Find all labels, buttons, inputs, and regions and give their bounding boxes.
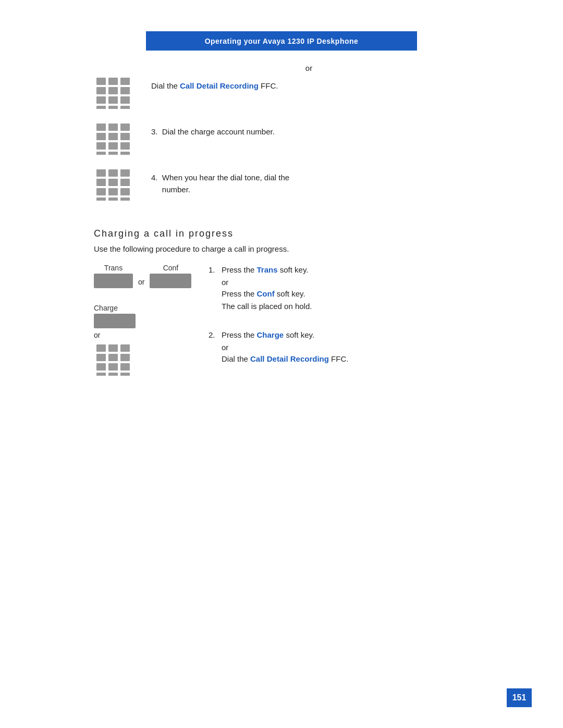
svg-rect-47 bbox=[120, 373, 130, 376]
item3-row: 4. When you hear the dial tone, dial the… bbox=[94, 167, 469, 203]
item3-line1: When you hear the dial tone, dial the bbox=[162, 173, 289, 182]
svg-rect-27 bbox=[96, 179, 106, 186]
svg-rect-4 bbox=[108, 87, 118, 94]
item2-text: 3. Dial the charge account number. bbox=[151, 121, 275, 138]
svg-rect-21 bbox=[96, 152, 106, 155]
svg-rect-15 bbox=[96, 133, 106, 140]
header-bar: Operating your Avaya 1230 IP Deskphone bbox=[146, 31, 417, 51]
svg-rect-33 bbox=[96, 198, 106, 201]
step1b-text: Press the Conf soft key. bbox=[222, 288, 305, 300]
svg-rect-42 bbox=[96, 363, 106, 371]
svg-rect-19 bbox=[108, 142, 118, 150]
svg-rect-26 bbox=[120, 169, 130, 177]
left-col: Trans or Conf Charge or bbox=[94, 264, 209, 377]
step1-num: 1. bbox=[209, 264, 222, 276]
svg-rect-6 bbox=[96, 96, 106, 104]
trans-button[interactable] bbox=[94, 274, 133, 288]
step1-line: 1. Press the Trans soft key. bbox=[209, 264, 469, 276]
or-below-label: or bbox=[94, 331, 100, 339]
step2b-text: Dial the Call Detail Recording FFC. bbox=[222, 353, 348, 365]
step1-block: 1. Press the Trans soft key. or Press th… bbox=[209, 264, 469, 311]
conf-label: Conf bbox=[163, 264, 179, 272]
or2-text: or bbox=[222, 343, 469, 352]
svg-rect-29 bbox=[120, 179, 130, 186]
step1c-text: The call is placed on hold. bbox=[222, 302, 469, 311]
svg-rect-25 bbox=[108, 169, 118, 177]
svg-rect-39 bbox=[96, 354, 106, 361]
svg-rect-2 bbox=[120, 78, 130, 85]
charge-button[interactable] bbox=[94, 314, 136, 328]
svg-rect-38 bbox=[120, 344, 130, 352]
svg-rect-44 bbox=[120, 363, 130, 371]
item2-row: 3. Dial the charge account number. bbox=[94, 121, 469, 157]
charging-heading: Charging a call in progress bbox=[94, 228, 469, 239]
svg-rect-22 bbox=[108, 152, 118, 155]
svg-rect-3 bbox=[96, 87, 106, 94]
svg-rect-46 bbox=[108, 373, 118, 376]
svg-rect-37 bbox=[108, 344, 118, 352]
svg-rect-41 bbox=[120, 354, 130, 361]
svg-rect-45 bbox=[96, 373, 106, 376]
charging-section: Trans or Conf Charge or bbox=[94, 264, 469, 377]
svg-rect-23 bbox=[120, 152, 130, 155]
svg-rect-34 bbox=[108, 198, 118, 201]
svg-rect-43 bbox=[108, 363, 118, 371]
or1-text: or bbox=[222, 278, 469, 287]
svg-rect-1 bbox=[108, 78, 118, 85]
svg-rect-31 bbox=[108, 188, 118, 195]
svg-rect-35 bbox=[120, 198, 130, 201]
item2-step: 3. bbox=[151, 127, 158, 136]
keypad-icon-2 bbox=[94, 121, 136, 157]
svg-rect-18 bbox=[96, 142, 106, 150]
svg-rect-36 bbox=[96, 344, 106, 352]
svg-rect-32 bbox=[120, 188, 130, 195]
step2-block: 2. Press the Charge soft key. or Dial th… bbox=[209, 329, 469, 365]
conf-group: Conf bbox=[150, 264, 191, 288]
step2-text: Press the Charge soft key. bbox=[222, 329, 314, 341]
item1-row: Dial the Call Detail Recording FFC. bbox=[94, 75, 469, 112]
svg-rect-20 bbox=[120, 142, 130, 150]
svg-rect-40 bbox=[108, 354, 118, 361]
svg-rect-8 bbox=[120, 96, 130, 104]
step2-num: 2. bbox=[209, 329, 222, 341]
or-label-top: or bbox=[149, 64, 469, 72]
trans-label: Trans bbox=[104, 264, 123, 272]
svg-rect-13 bbox=[108, 124, 118, 131]
svg-rect-0 bbox=[96, 78, 106, 85]
item3-text: 4. When you hear the dial tone, dial the… bbox=[151, 167, 289, 195]
svg-rect-12 bbox=[96, 124, 106, 131]
svg-rect-24 bbox=[96, 169, 106, 177]
item3-line2: number. bbox=[162, 185, 190, 194]
trans-conf-row: Trans or Conf bbox=[94, 264, 209, 288]
charging-desc: Use the following procedure to charge a … bbox=[94, 244, 469, 253]
svg-rect-28 bbox=[108, 179, 118, 186]
charge-group: Charge or bbox=[94, 304, 209, 377]
item3-step: 4. bbox=[151, 173, 158, 182]
svg-rect-7 bbox=[108, 96, 118, 104]
svg-rect-5 bbox=[120, 87, 130, 94]
item1-prefix: Dial the bbox=[151, 81, 180, 90]
top-section: or Dial th bbox=[94, 61, 469, 213]
svg-rect-17 bbox=[120, 133, 130, 140]
content-area: or Dial th bbox=[94, 51, 469, 409]
svg-rect-30 bbox=[96, 188, 106, 195]
step1-text: Press the Trans soft key. bbox=[222, 264, 308, 276]
svg-rect-14 bbox=[120, 124, 130, 131]
svg-rect-11 bbox=[120, 106, 130, 109]
item1-bold: Call Detail Recording bbox=[180, 81, 259, 90]
svg-rect-16 bbox=[108, 133, 118, 140]
right-col: 1. Press the Trans soft key. or Press th… bbox=[209, 264, 469, 377]
svg-rect-10 bbox=[108, 106, 118, 109]
keypad-icon-1 bbox=[94, 75, 136, 112]
step2b-line: Dial the Call Detail Recording FFC. bbox=[209, 353, 469, 365]
step1b-line: Press the Conf soft key. bbox=[209, 288, 469, 300]
or-between-label: or bbox=[138, 278, 144, 288]
header-title: Operating your Avaya 1230 IP Deskphone bbox=[205, 37, 359, 45]
item1-suffix: FFC. bbox=[259, 81, 278, 90]
conf-button[interactable] bbox=[150, 274, 191, 288]
item1-text: Dial the Call Detail Recording FFC. bbox=[151, 75, 278, 92]
trans-group: Trans bbox=[94, 264, 133, 288]
keypad-icon-3 bbox=[94, 167, 136, 203]
page-number: 151 bbox=[507, 688, 532, 707]
item2-content: Dial the charge account number. bbox=[162, 127, 275, 136]
